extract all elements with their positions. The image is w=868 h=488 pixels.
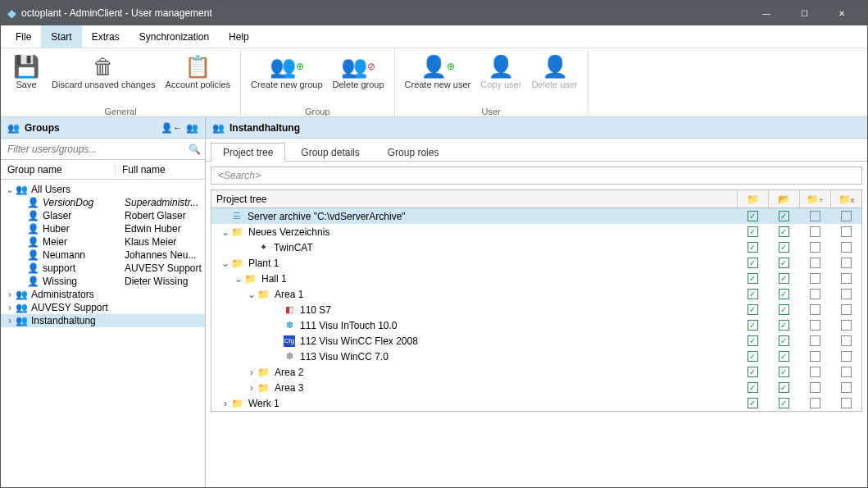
permission-checkbox[interactable]: ✓: [748, 258, 758, 268]
permission-checkbox[interactable]: ✓: [779, 398, 789, 408]
col-perm-2[interactable]: 📂: [768, 190, 799, 208]
permission-checkbox[interactable]: [810, 382, 820, 393]
permission-checkbox[interactable]: ✓: [748, 382, 758, 393]
assign-user-icon[interactable]: 👤←: [161, 122, 183, 134]
search-icon[interactable]: 🔍: [184, 144, 205, 155]
tree-row[interactable]: 👤HuberEdwin Huber: [1, 222, 205, 235]
menu-file[interactable]: File: [6, 25, 41, 48]
permission-checkbox[interactable]: ✓: [748, 226, 758, 237]
discard-button[interactable]: 🗑 Discard unsaved changes: [47, 52, 161, 92]
permission-checkbox[interactable]: [810, 304, 820, 315]
delete-group-button[interactable]: 👥⊘ Delete group: [328, 52, 389, 92]
assign-group-icon[interactable]: 👥: [186, 122, 198, 134]
permission-checkbox[interactable]: [810, 398, 820, 408]
permission-checkbox[interactable]: ✓: [748, 242, 758, 253]
permission-checkbox[interactable]: [810, 211, 820, 221]
project-row[interactable]: ✽113 Visu WinCC 7.0✓✓: [211, 349, 861, 364]
permission-checkbox[interactable]: ✓: [779, 226, 789, 237]
tree-row[interactable]: 👤VersionDogSuperadministr...: [1, 196, 205, 209]
permission-checkbox[interactable]: ✓: [748, 211, 758, 221]
permission-checkbox[interactable]: [841, 335, 852, 346]
menu-extras[interactable]: Extras: [82, 25, 130, 48]
permission-checkbox[interactable]: ✓: [779, 273, 789, 284]
expand-icon[interactable]: ›: [220, 398, 231, 409]
expand-icon[interactable]: ⌄: [220, 226, 231, 238]
col-perm-1[interactable]: 📁: [737, 190, 768, 208]
permission-checkbox[interactable]: [810, 289, 820, 299]
permission-checkbox[interactable]: [841, 304, 852, 315]
expand-icon[interactable]: ›: [246, 382, 257, 394]
permission-checkbox[interactable]: [841, 398, 852, 408]
permission-checkbox[interactable]: [841, 320, 852, 331]
permission-checkbox[interactable]: [841, 211, 852, 221]
tree-row[interactable]: 👤GlaserRobert Glaser: [1, 209, 205, 222]
permission-checkbox[interactable]: [841, 226, 852, 237]
tab-group-roles[interactable]: Group roles: [375, 143, 452, 162]
project-row[interactable]: ⌄📁Plant 1✓✓: [211, 255, 861, 271]
col-full-name[interactable]: Full name: [116, 164, 166, 176]
permission-checkbox[interactable]: ✓: [779, 320, 789, 331]
permission-checkbox[interactable]: [810, 320, 820, 331]
groups-tree[interactable]: ⌄👥All Users👤VersionDogSuperadministr...👤…: [1, 180, 205, 487]
expand-icon[interactable]: ⌄: [246, 289, 257, 300]
col-perm-3[interactable]: 📁+: [799, 190, 830, 208]
permission-checkbox[interactable]: ✓: [779, 335, 789, 346]
permission-checkbox[interactable]: [841, 273, 852, 284]
tree-row[interactable]: 👤WissingDieter Wissing: [1, 275, 205, 288]
permission-checkbox[interactable]: [841, 289, 852, 299]
menu-synchronization[interactable]: Synchronization: [130, 25, 219, 48]
permission-checkbox[interactable]: [841, 242, 852, 253]
expand-icon[interactable]: ›: [246, 367, 257, 378]
project-row[interactable]: ⌄📁Area 1✓✓: [211, 286, 861, 302]
permission-checkbox[interactable]: ✓: [748, 289, 758, 299]
project-row[interactable]: ›📁Area 3✓✓: [211, 380, 861, 395]
permission-checkbox[interactable]: ✓: [779, 242, 789, 253]
expand-icon[interactable]: ⌄: [233, 273, 244, 285]
close-button[interactable]: ✕: [823, 1, 861, 25]
permission-checkbox[interactable]: ✓: [748, 398, 758, 408]
permission-checkbox[interactable]: ✓: [748, 351, 758, 362]
col-perm-4[interactable]: 📁x: [830, 190, 861, 208]
permission-checkbox[interactable]: [841, 367, 852, 377]
tree-row[interactable]: 👤NeumannJohannes Neu...: [1, 249, 205, 262]
col-project-tree[interactable]: Project tree: [211, 190, 737, 208]
permission-checkbox[interactable]: [810, 258, 820, 268]
permission-checkbox[interactable]: [810, 351, 820, 362]
project-row[interactable]: ◧110 S7✓✓: [211, 302, 861, 317]
project-row[interactable]: ›📁Werk 1✓✓: [211, 395, 861, 411]
save-button[interactable]: 💾 Save: [6, 52, 47, 92]
account-policies-button[interactable]: 📋 Account policies: [161, 52, 236, 92]
permission-checkbox[interactable]: ✓: [779, 382, 789, 393]
permission-checkbox[interactable]: [810, 273, 820, 284]
permission-checkbox[interactable]: ✓: [779, 367, 789, 377]
tree-row[interactable]: 👤MeierKlaus Meier: [1, 235, 205, 249]
project-row[interactable]: ⌄📁Hall 1✓✓: [211, 271, 861, 286]
permission-checkbox[interactable]: [810, 335, 820, 346]
expand-icon[interactable]: ⌄: [220, 258, 231, 269]
copy-user-button[interactable]: 👤 Copy user: [475, 52, 526, 92]
project-row[interactable]: ›📁Area 2✓✓: [211, 364, 861, 380]
permission-checkbox[interactable]: ✓: [748, 367, 758, 377]
maximize-button[interactable]: ☐: [785, 1, 823, 25]
tab-project-tree[interactable]: Project tree: [211, 143, 285, 162]
minimize-button[interactable]: —: [748, 1, 785, 25]
permission-checkbox[interactable]: [841, 258, 852, 268]
permission-checkbox[interactable]: ✓: [748, 304, 758, 315]
permission-checkbox[interactable]: [810, 242, 820, 253]
tree-row[interactable]: 👤supportAUVESY Support: [1, 262, 205, 275]
permission-checkbox[interactable]: ✓: [779, 211, 789, 221]
permission-checkbox[interactable]: ✓: [748, 335, 758, 346]
tree-row[interactable]: ⌄👥All Users: [1, 183, 205, 196]
permission-checkbox[interactable]: ✓: [748, 273, 758, 284]
permission-checkbox[interactable]: ✓: [779, 289, 789, 299]
project-row[interactable]: ✽111 Visu InTouch 10.0✓✓: [211, 317, 861, 333]
permission-checkbox[interactable]: ✓: [779, 304, 789, 315]
project-row[interactable]: ☰Server archive "C:\vdServerArchive"✓✓: [211, 208, 861, 224]
permission-checkbox[interactable]: [841, 351, 852, 362]
permission-checkbox[interactable]: [810, 226, 820, 237]
project-row[interactable]: ✦TwinCAT✓✓: [211, 239, 861, 255]
tab-group-details[interactable]: Group details: [289, 143, 371, 162]
permission-checkbox[interactable]: ✓: [779, 258, 789, 268]
project-table-body[interactable]: ☰Server archive "C:\vdServerArchive"✓✓⌄📁…: [211, 208, 861, 411]
create-user-button[interactable]: 👤⊕ Create new user: [400, 52, 476, 92]
